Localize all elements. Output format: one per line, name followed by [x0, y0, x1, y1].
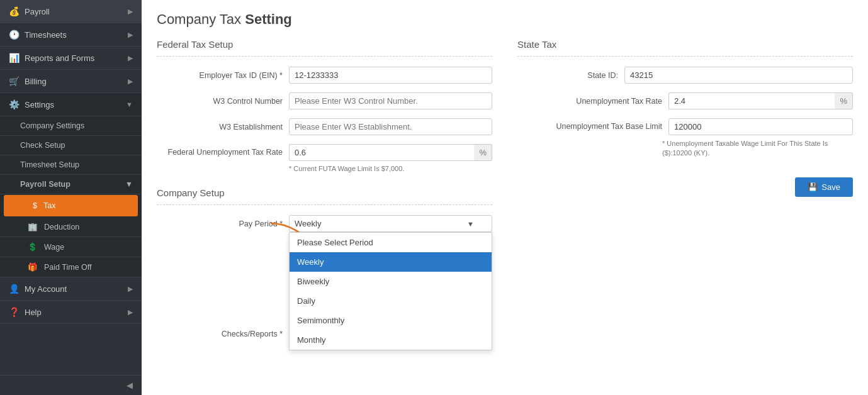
sidebar-item-wage[interactable]: 💲 Wage: [0, 237, 142, 257]
pto-icon: 🎁: [28, 262, 38, 272]
sidebar-subitem-label: Company Settings: [20, 121, 84, 130]
timesheets-icon: 🕐: [9, 30, 20, 40]
sidebar-item-help[interactable]: ❓ Help ▶: [0, 301, 142, 324]
state-note: * Unemployment Taxable Wage Limit For Th…: [662, 139, 853, 159]
sidebar-label-my-account: My Account: [25, 284, 67, 294]
billing-icon: 🛒: [9, 76, 20, 86]
sidebar-label-payroll: Payroll: [25, 7, 50, 16]
sidebar-label-help: Help: [25, 308, 42, 317]
unemployment-rate-row: Unemployment Tax Rate %: [517, 92, 853, 109]
state-tax-title: State Tax: [517, 39, 853, 50]
collapse-icon: ◀: [127, 381, 133, 390]
dollar-icon: $: [33, 201, 37, 210]
sidebar-item-payroll-setup[interactable]: Payroll Setup ▼: [0, 175, 142, 194]
dropdown-option-weekly[interactable]: Weekly: [290, 252, 492, 272]
w3-establishment-input[interactable]: [289, 118, 492, 135]
dropdown-option-semimonthly[interactable]: Semimonthly: [290, 311, 492, 330]
dropdown-option-biweekly[interactable]: Biweekly: [290, 272, 492, 291]
sidebar-subitem-label: Wage: [44, 243, 64, 252]
employer-tax-row: Employer Tax ID (EIN) *: [157, 67, 492, 84]
save-button[interactable]: 💾 Save: [795, 177, 853, 197]
company-setup-title: Company Setup: [157, 187, 492, 198]
page-title: Company Tax Setting: [157, 11, 853, 28]
sidebar-item-my-account[interactable]: 👤 My Account ▶: [0, 277, 142, 301]
unemployment-base-label: Unemployment Tax Base Limit: [517, 121, 662, 131]
federal-unemployment-row: Federal Unemployment Tax Rate %: [157, 144, 492, 161]
chevron-right-icon: ▶: [128, 54, 133, 62]
sidebar-item-timesheet-setup[interactable]: Timesheet Setup: [0, 155, 142, 175]
company-setup-section: Company Setup Pay Period * Weekly ▼ Plea…: [157, 187, 492, 342]
sidebar-item-billing[interactable]: 🛒 Billing ▶: [0, 70, 142, 93]
unemployment-rate-label: Unemployment Tax Rate: [517, 97, 662, 106]
percent-addon: %: [474, 144, 492, 161]
w3-control-label: W3 Control Number: [157, 97, 283, 106]
chevron-down-icon: ▼: [126, 101, 133, 108]
percent-addon-2: %: [835, 92, 853, 109]
wage-icon: 💲: [28, 242, 38, 252]
sidebar-item-company-settings[interactable]: Company Settings: [0, 116, 142, 136]
state-id-label: State ID:: [517, 71, 618, 80]
account-icon: 👤: [9, 284, 20, 294]
sidebar-subitem-label: Deduction: [44, 223, 79, 231]
futa-hint: * Current FUTA Wage Limit Is $7,000.: [289, 165, 492, 172]
main-content: Company Tax Setting Federal Tax Setup Em…: [142, 0, 868, 395]
state-id-input[interactable]: [624, 67, 853, 84]
pay-period-display[interactable]: Weekly ▼: [289, 215, 492, 232]
state-tax-section: State Tax State ID: Unemployment Tax Rat…: [517, 39, 853, 350]
chevron-down-icon: ▼: [125, 180, 133, 189]
checks-reports-label: Checks/Reports *: [157, 330, 283, 338]
sidebar-subitem-label: Tax: [43, 201, 55, 210]
page-title-bold: Setting: [245, 11, 292, 27]
sidebar-label-billing: Billing: [25, 77, 47, 86]
sidebar-item-timesheets[interactable]: 🕐 Timesheets ▶: [0, 23, 142, 47]
dropdown-option-monthly[interactable]: Monthly: [290, 330, 492, 350]
w3-control-row: W3 Control Number: [157, 92, 492, 109]
pay-period-row: Pay Period * Weekly ▼ Please Select Peri…: [157, 215, 492, 232]
state-id-row: State ID:: [517, 67, 853, 84]
federal-unemployment-input[interactable]: [289, 144, 474, 161]
reports-icon: 📊: [9, 53, 20, 63]
pay-period-select-wrapper[interactable]: Weekly ▼ Please Select Period Weekly Biw…: [289, 215, 492, 232]
employer-tax-input[interactable]: [289, 67, 492, 84]
unemployment-base-row: Unemployment Tax Base Limit: [517, 118, 853, 135]
w3-establishment-label: W3 Establishment: [157, 123, 283, 131]
chevron-right-icon: ▶: [128, 8, 133, 16]
chevron-right-icon: ▶: [128, 31, 133, 39]
dropdown-option-daily[interactable]: Daily: [290, 291, 492, 311]
save-btn-area: 💾 Save: [517, 177, 853, 197]
sidebar-subitem-label: Paid Time Off: [44, 263, 92, 272]
sidebar-item-tax[interactable]: $ Tax: [4, 195, 138, 216]
federal-unemployment-label: Federal Unemployment Tax Rate: [157, 147, 283, 157]
w3-control-input[interactable]: [289, 92, 492, 109]
help-icon: ❓: [9, 307, 20, 317]
sidebar-item-reports[interactable]: 📊 Reports and Forms ▶: [0, 47, 142, 70]
pay-period-label: Pay Period *: [157, 220, 283, 228]
sidebar: 💰 Payroll ▶ 🕐 Timesheets ▶ 📊 Reports and…: [0, 0, 142, 395]
sidebar-item-deduction[interactable]: 🏢 Deduction: [0, 217, 142, 237]
sidebar-item-settings[interactable]: ⚙️ Settings ▼: [0, 93, 142, 116]
save-icon: 💾: [808, 182, 818, 192]
federal-section-title: Federal Tax Setup: [157, 39, 492, 50]
sidebar-item-check-setup[interactable]: Check Setup: [0, 136, 142, 155]
chevron-right-icon: ▶: [128, 285, 133, 293]
sidebar-label-reports: Reports and Forms: [25, 53, 94, 63]
sidebar-label-timesheets: Timesheets: [25, 30, 67, 40]
dropdown-option-placeholder[interactable]: Please Select Period: [290, 233, 492, 252]
dropdown-arrow-icon: ▼: [467, 220, 474, 228]
unemployment-rate-input[interactable]: [668, 92, 835, 109]
sidebar-collapse-button[interactable]: ◀: [0, 375, 142, 395]
sidebar-label-settings: Settings: [25, 100, 54, 109]
pay-period-dropdown: Please Select Period Weekly Biweekly Dai…: [289, 232, 492, 350]
payroll-icon: 💰: [9, 6, 20, 16]
sidebar-item-paid-time-off[interactable]: 🎁 Paid Time Off: [0, 257, 142, 277]
settings-icon: ⚙️: [9, 99, 20, 109]
federal-tax-section: Federal Tax Setup Employer Tax ID (EIN) …: [157, 39, 492, 350]
sidebar-subitem-label: Check Setup: [20, 141, 65, 150]
sidebar-item-payroll[interactable]: 💰 Payroll ▶: [0, 0, 142, 23]
chevron-right-icon: ▶: [128, 77, 133, 86]
unemployment-base-input[interactable]: [668, 118, 853, 135]
deduction-icon: 🏢: [28, 222, 38, 231]
w3-establishment-row: W3 Establishment: [157, 118, 492, 135]
sidebar-subitem-label: Timesheet Setup: [20, 160, 79, 169]
save-label: Save: [821, 182, 840, 192]
